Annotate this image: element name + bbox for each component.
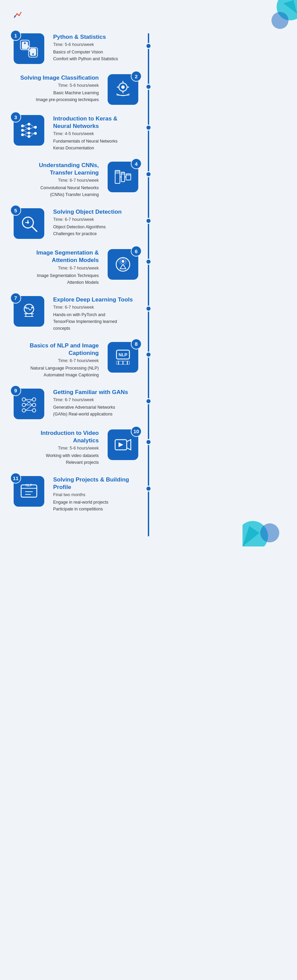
logo-icon	[14, 10, 23, 20]
step-icon-side-2: 2 Solving Image Classification Time: 5-6…	[14, 74, 138, 105]
icon-number-wrap-1: P 1	[14, 33, 44, 64]
icon-text-row-8: NLP 8 Basics of NLP and Image Captioning…	[17, 342, 138, 379]
step-center-11	[138, 476, 159, 492]
svg-point-19	[21, 124, 24, 127]
step-title-11: Solving Projects & Building Profile	[53, 476, 135, 491]
svg-point-60	[31, 307, 33, 308]
svg-point-75	[32, 403, 36, 407]
step-number-badge-8: 8	[131, 339, 142, 350]
step-number-badge-3: 3	[10, 111, 21, 123]
icon-number-wrap-4: 4	[108, 162, 138, 192]
step-title-9: Getting Familiar with GANs	[53, 388, 128, 396]
spine-dot-9	[145, 398, 152, 404]
step-title-3: Introduction to Keras & Neural Networks	[53, 115, 135, 130]
icon-number-wrap-2: 2	[108, 74, 138, 105]
svg-line-33	[24, 135, 27, 137]
svg-line-37	[30, 134, 34, 137]
page-container: P 1 Python & Statistics Time: 5-6 hours/…	[0, 0, 297, 557]
step-block-11: NLP 11 Solving Projects & Building Profi…	[14, 476, 283, 512]
icon-text-row-11: NLP 11 Solving Projects & Building Profi…	[14, 476, 135, 512]
step-block-10: 10 Introduction to Video Analytics Time:…	[14, 430, 283, 466]
step-title-7: Explore Deep Learning Tools	[53, 296, 133, 304]
step-desc-3: Fundamentals of Neural NetworksKeras Doc…	[53, 138, 135, 151]
step-number-badge-11: 11	[10, 473, 21, 484]
svg-point-1	[271, 12, 289, 29]
svg-point-22	[27, 123, 30, 126]
spine-dot-11	[145, 485, 152, 492]
svg-point-71	[22, 398, 26, 401]
step-block-1: P 1 Python & Statistics Time: 5-6 hours/…	[14, 33, 283, 64]
svg-point-59	[25, 307, 27, 308]
step-center-3	[138, 115, 159, 130]
svg-rect-39	[115, 170, 120, 174]
spine-dot-10	[145, 439, 152, 445]
spine-dot-3	[145, 124, 152, 130]
svg-line-32	[24, 133, 27, 135]
step-number-badge-7: 7	[10, 293, 21, 304]
step-content-3: Introduction to Keras & Neural Networks …	[48, 115, 135, 151]
step-time-9: Time: 6-7 hours/week	[53, 398, 128, 402]
step-time-2: Time: 5-6 hours/week	[20, 83, 99, 88]
step-icon-side-7: 7 Explore Deep Learning Tools Time: 6-7 …	[14, 296, 138, 332]
icon-number-wrap-3: 3	[14, 115, 44, 146]
svg-point-91	[260, 523, 279, 542]
svg-point-72	[22, 403, 26, 407]
spine-dot-7	[145, 305, 152, 312]
svg-line-28	[24, 124, 27, 126]
step-title-8: Basics of NLP and Image Captioning	[17, 342, 99, 357]
step-block-2: 2 Solving Image Classification Time: 5-6…	[14, 74, 283, 105]
step-title-1: Python & Statistics	[53, 33, 118, 41]
svg-line-81	[26, 405, 32, 410]
svg-point-24	[27, 132, 30, 134]
step-center-1	[138, 33, 159, 49]
icon-number-wrap-6: 6	[108, 249, 138, 280]
step-icon-side-3: 3 Introduction to Keras & Neural Network…	[14, 115, 138, 151]
icon-text-row-10: 10 Introduction to Video Analytics Time:…	[17, 430, 138, 466]
svg-line-36	[30, 133, 34, 134]
icon-text-row-2: 2 Solving Image Classification Time: 5-6…	[20, 74, 138, 105]
svg-line-47	[32, 226, 37, 231]
svg-point-76	[32, 409, 36, 412]
step-content-6: Image Segmentation & Attention Models Ti…	[17, 249, 104, 285]
step-block-9: 9 Getting Familiar with GANs Time: 6-7 h…	[14, 388, 283, 419]
step-number-badge-9: 9	[10, 385, 21, 396]
step-center-7	[138, 296, 159, 312]
step-center-5	[138, 208, 159, 224]
icon-number-wrap-11: NLP 11	[14, 476, 44, 507]
step-desc-6: Image Segmentation TechniquesAttention M…	[17, 272, 99, 286]
svg-point-17	[121, 86, 125, 89]
icon-text-row-5: 5 Solving Object Detection Time: 6-7 hou…	[14, 208, 121, 239]
step-desc-8: Natural Language Processing (NLP)Automat…	[17, 365, 99, 379]
svg-point-26	[34, 126, 37, 129]
svg-point-20	[21, 129, 24, 132]
step-icon-side-4: 4 Understanding CNNs, Transfer Learning …	[14, 162, 138, 198]
svg-line-30	[24, 129, 27, 130]
spine-dot-4	[145, 171, 152, 177]
svg-rect-43	[126, 174, 131, 176]
step-content-11: Solving Projects & Building Profile Fina…	[48, 476, 135, 512]
step-number-badge-4: 4	[131, 158, 142, 169]
step-title-10: Introduction to Video Analytics	[17, 430, 99, 444]
step-icon-side-11: NLP 11 Solving Projects & Building Profi…	[14, 476, 138, 512]
step-time-3: Time: 4-5 hours/week	[53, 131, 135, 136]
step-icon-side-10: 10 Introduction to Video Analytics Time:…	[14, 430, 138, 466]
step-content-8: Basics of NLP and Image Captioning Time:…	[17, 342, 104, 379]
spine-dot-5	[145, 218, 152, 224]
spine-dot-8	[145, 352, 152, 358]
header	[14, 7, 283, 20]
logo	[14, 10, 26, 20]
learning-path: P 1 Python & Statistics Time: 5-6 hours/…	[14, 33, 283, 536]
svg-point-7	[32, 53, 34, 55]
step-desc-9: Generative Adversarial Networks(GANs) Re…	[53, 404, 128, 417]
step-time-5: Time: 6-7 hours/week	[53, 217, 121, 222]
step-desc-7: Hands-on with PyTorch andTensorFlow Impl…	[53, 311, 133, 332]
icon-number-wrap-7: 7	[14, 296, 44, 327]
step-content-4: Understanding CNNs, Transfer Learning Ti…	[17, 162, 104, 198]
svg-point-25	[27, 135, 30, 138]
step-time-11: Final two months	[53, 492, 135, 497]
step-icon-side-9: 9 Getting Familiar with GANs Time: 6-7 h…	[14, 388, 138, 419]
step-number-badge-2: 2	[131, 71, 142, 82]
svg-point-23	[27, 127, 30, 130]
svg-text:NLP: NLP	[26, 484, 32, 487]
step-icon-side-1: P 1 Python & Statistics Time: 5-6 hours/…	[14, 33, 138, 64]
